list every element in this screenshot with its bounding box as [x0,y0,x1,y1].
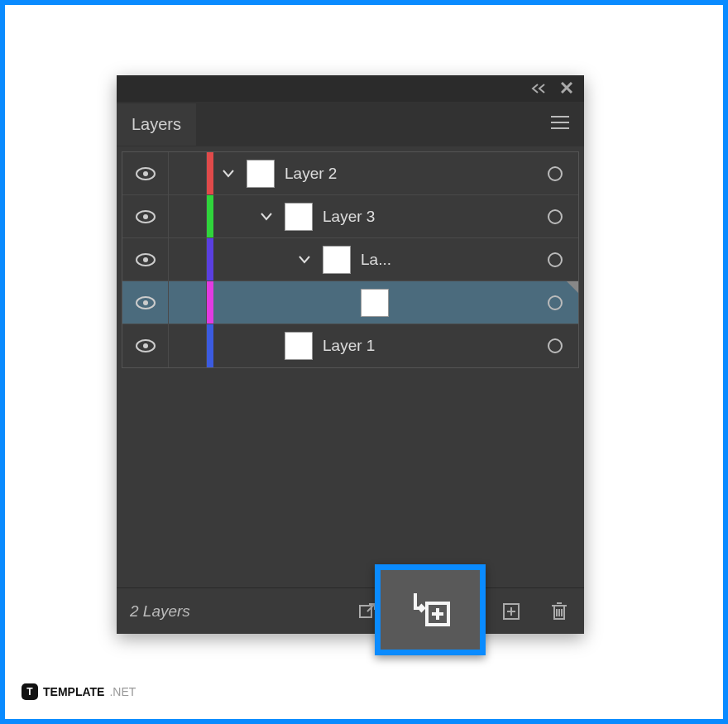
target-button[interactable] [532,295,578,310]
target-button[interactable] [532,252,578,267]
svg-point-9 [143,343,148,348]
attribution: T TEMPLATE.NET [22,683,136,700]
panel-footer: 2 Layers [117,587,584,634]
panel-header: Layers [117,102,584,146]
layer-tree-cell: La... [213,246,532,274]
target-ring-icon [548,166,563,181]
layer-color-bar [207,238,213,280]
svg-rect-10 [360,606,371,617]
visibility-toggle[interactable] [122,195,169,237]
new-layer-icon[interactable] [500,600,523,623]
layer-thumbnail[interactable] [285,203,313,231]
lock-column[interactable] [169,152,207,194]
chevron-down-icon[interactable] [260,208,275,226]
svg-point-3 [143,214,148,219]
layer-tree-cell: Layer 3 [213,203,532,231]
lock-column[interactable] [169,281,207,324]
selected-corner-icon [567,281,578,293]
layer-tree-cell: Layer 1 [213,332,532,360]
layer-count-label: 2 Layers [130,602,190,621]
layer-name[interactable]: Layer 2 [285,165,337,183]
layer-color-bar [207,324,213,367]
visibility-toggle[interactable] [122,324,169,367]
attribution-bold: TEMPLATE [43,685,104,698]
target-ring-icon [548,295,563,310]
layer-thumbnail[interactable] [361,289,389,317]
visibility-toggle[interactable] [122,152,169,194]
layer-name[interactable]: Layer 3 [323,208,375,226]
visibility-toggle[interactable] [122,238,169,280]
panel-menu-icon[interactable] [551,115,569,133]
target-button[interactable] [532,338,578,353]
layers-panel: Layers Layer 2 Layer 3 [117,75,584,634]
target-button[interactable] [532,166,578,181]
layer-thumbnail[interactable] [323,246,351,274]
layer-list: Layer 2 Layer 3 La... [122,151,579,368]
layer-row[interactable]: Layer 2 [122,152,578,195]
layer-color-bar [207,281,213,324]
layer-thumbnail[interactable] [285,332,313,360]
layer-thumbnail[interactable] [247,160,275,188]
target-button[interactable] [532,209,578,224]
target-ring-icon [548,252,563,267]
layer-color-bar [207,195,213,237]
layer-name[interactable]: La... [361,251,391,269]
layer-color-bar [207,152,213,194]
target-ring-icon [548,209,563,224]
layer-name[interactable]: Layer 1 [323,337,375,355]
panel-topbar [117,75,584,102]
svg-point-5 [143,257,148,262]
lock-column[interactable] [169,324,207,367]
lock-column[interactable] [169,238,207,280]
chevron-down-icon[interactable] [298,251,313,269]
lock-column[interactable] [169,195,207,237]
outer-frame: Layers Layer 2 Layer 3 [0,0,728,724]
layer-tree-cell: Layer 2 [213,160,532,188]
close-icon[interactable] [561,79,572,98]
svg-point-7 [143,300,148,305]
chevron-down-icon[interactable] [222,165,237,183]
layer-row[interactable]: Layer 1 [122,324,578,367]
svg-point-1 [143,171,148,176]
visibility-toggle[interactable] [122,281,169,324]
target-ring-icon [548,338,563,353]
attribution-light: .NET [109,685,136,698]
collapse-icon[interactable] [531,79,546,98]
layer-row[interactable]: Layer 3 [122,195,578,238]
delete-icon[interactable] [548,600,571,623]
new-sublayer-icon [407,587,453,633]
layer-row[interactable]: La... [122,238,578,281]
highlighted-button[interactable] [375,564,486,655]
layers-tab[interactable]: Layers [117,103,196,146]
layer-row[interactable] [122,281,578,324]
layer-tree-cell [213,289,532,317]
attribution-badge-icon: T [22,683,38,700]
